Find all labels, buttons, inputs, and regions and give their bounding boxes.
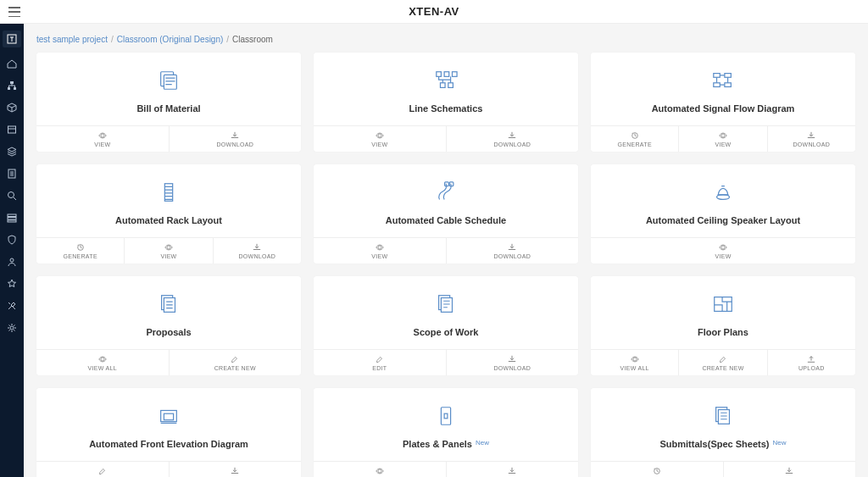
sidebar-star-icon[interactable] [6, 278, 18, 290]
edit-button[interactable]: EDIT [314, 350, 447, 375]
view_all-button[interactable]: VIEW ALL [591, 350, 679, 375]
sidebar-gear-icon[interactable] [6, 322, 18, 334]
svg-rect-33 [8, 126, 16, 133]
create_new-button[interactable]: CREATE NEW [170, 350, 302, 375]
proposals-icon [153, 291, 184, 317]
sidebar-hierarchy-icon[interactable] [6, 80, 18, 92]
download-icon [217, 243, 298, 252]
bill-of-material-icon [153, 68, 184, 93]
download-icon [450, 131, 576, 140]
svg-rect-37 [8, 218, 16, 220]
card-plates: Plates & PanelsNewVIEWDOWNLOAD [314, 388, 578, 477]
submittals-icon [708, 403, 738, 429]
create_new-icon [682, 355, 763, 363]
view-icon [317, 243, 442, 252]
view_all-button[interactable]: VIEW ALL [36, 350, 170, 375]
card-bill-of-material: Bill of MaterialVIEWDOWNLOAD [36, 53, 301, 152]
action-label: VIEW [128, 253, 209, 259]
card-title: Automated Signal Flow Diagram [652, 103, 795, 114]
card-title: Automated Ceiling Speaker Layout [646, 215, 800, 225]
sidebar-layers-icon[interactable] [6, 146, 18, 158]
breadcrumb-item-1[interactable]: Classroom (Original Design) [117, 35, 224, 44]
brand-logo: XTEN-AV [409, 5, 459, 18]
card-speaker: Automated Ceiling Speaker LayoutVIEW [591, 164, 855, 263]
svg-rect-31 [8, 87, 10, 90]
generate-button[interactable]: GENERATE [36, 238, 125, 263]
action-label: CREATE NEW [173, 365, 298, 371]
card-signal-flow: Automated Signal Flow DiagramGENERATEVIE… [591, 53, 855, 152]
create_new-icon [173, 355, 298, 363]
svg-point-40 [10, 326, 14, 330]
action-label: VIEW ALL [594, 365, 675, 371]
download-button[interactable]: DOWNLOAD [768, 126, 855, 152]
action-label: VIEW [317, 141, 442, 147]
card-cable: Automated Cable ScheduleVIEWDOWNLOAD [314, 164, 578, 263]
sidebar [0, 24, 24, 477]
view_all-icon [40, 355, 165, 363]
generate-icon [40, 243, 120, 252]
card-title: Automated Cable Schedule [386, 215, 506, 225]
card-title: Floor Plans [698, 327, 748, 337]
create_new-button[interactable]: CREATE NEW [679, 350, 767, 375]
sidebar-search-icon[interactable] [6, 190, 18, 202]
download-icon [450, 243, 576, 252]
signal-flow-icon [708, 68, 738, 93]
view-icon [594, 243, 852, 252]
view-button[interactable]: VIEW [314, 238, 447, 263]
svg-rect-32 [14, 87, 16, 90]
download-button[interactable]: DOWNLOAD [447, 350, 579, 375]
action-label: VIEW [40, 141, 165, 147]
card-floorplan: Floor PlansVIEW ALLCREATE NEWUPLOAD [591, 276, 855, 375]
download-icon [450, 355, 576, 363]
card-title: Plates & PanelsNew [403, 439, 489, 449]
main-content: test sample project/Classroom (Original … [24, 24, 868, 477]
generate-icon [594, 467, 720, 475]
hamburger-button[interactable] [8, 7, 20, 17]
sidebar-tools-icon[interactable] [6, 300, 18, 312]
breadcrumb-item-0[interactable]: test sample project [36, 35, 108, 44]
action-label: VIEW [594, 253, 852, 259]
sidebar-stack-icon[interactable] [6, 212, 18, 224]
view-button[interactable]: VIEW [36, 126, 170, 152]
edit-button[interactable]: EDIT [36, 462, 170, 477]
generate-button[interactable]: GENERATE [591, 462, 724, 477]
sidebar-person-icon[interactable] [6, 256, 18, 268]
download-button[interactable]: DOWNLOAD [170, 126, 302, 152]
card-proposals: ProposalsVIEW ALLCREATE NEW [36, 276, 301, 375]
edit-icon [40, 467, 165, 475]
sidebar-shield-icon[interactable] [6, 234, 18, 246]
action-label: UPLOAD [771, 365, 852, 371]
sidebar-package-icon[interactable] [6, 124, 18, 136]
download-button[interactable]: DOWNLOAD [447, 126, 579, 152]
sidebar-page-icon[interactable] [6, 168, 18, 180]
view-button[interactable]: VIEW [679, 126, 767, 152]
view-button[interactable]: VIEW [314, 126, 447, 152]
view-button[interactable]: VIEW [591, 238, 855, 263]
download-button[interactable]: DOWNLOAD [447, 238, 579, 263]
download-button[interactable]: DOWNLOAD [214, 238, 301, 263]
edit-icon [317, 355, 442, 363]
view-icon [128, 243, 209, 252]
view-button[interactable]: VIEW [125, 238, 213, 263]
card-grid: Bill of MaterialVIEWDOWNLOADLine Schemat… [36, 53, 855, 477]
download-icon [173, 467, 298, 475]
upload-button[interactable]: UPLOAD [768, 350, 855, 375]
action-label: DOWNLOAD [450, 141, 576, 147]
svg-point-35 [8, 192, 14, 198]
breadcrumb-item-2: Classroom [232, 35, 273, 44]
sidebar-cube-icon[interactable] [6, 102, 18, 114]
generate-icon [594, 131, 675, 140]
elevation-icon [153, 403, 184, 429]
action-label: EDIT [317, 365, 442, 371]
download-button[interactable]: DOWNLOAD [724, 462, 856, 477]
generate-button[interactable]: GENERATE [591, 126, 679, 152]
download-button[interactable]: DOWNLOAD [170, 462, 302, 477]
view-button[interactable]: VIEW [314, 462, 447, 477]
sidebar-home-icon[interactable] [6, 58, 18, 69]
view-icon [317, 131, 442, 140]
download-button[interactable]: DOWNLOAD [447, 462, 579, 477]
topbar: XTEN-AV [0, 0, 868, 24]
sidebar-text-icon[interactable] [3, 31, 21, 47]
view_all-icon [594, 355, 675, 363]
action-label: GENERATE [40, 253, 120, 259]
